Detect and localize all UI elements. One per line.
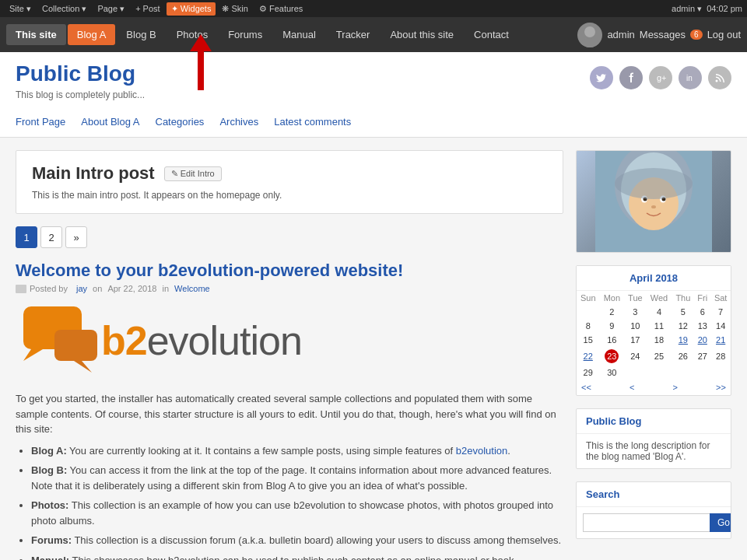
cal-next[interactable]: > <box>673 383 678 392</box>
page-next-button[interactable]: » <box>65 226 87 248</box>
collection-menu[interactable]: Collection ▾ <box>37 2 91 16</box>
nav-about-this-site[interactable]: About this site <box>381 24 463 45</box>
post-button[interactable]: + Post <box>131 2 165 15</box>
messages-link[interactable]: Messages <box>640 29 686 40</box>
calendar-day[interactable]: 4 <box>646 305 672 319</box>
svg-rect-5 <box>16 285 26 293</box>
calendar-day[interactable]: 14 <box>710 319 731 333</box>
calendar-widget: April 2018 Sun Mon Tue Wed Thu Fri Sat <box>576 265 731 396</box>
list-item-text: This collection is a discussion forum (a… <box>72 534 561 546</box>
calendar-day <box>646 366 672 380</box>
post-in: in <box>160 284 171 293</box>
sidebar-photo <box>577 151 731 252</box>
b2evo-link[interactable]: b2evolution <box>456 445 508 457</box>
post-category-link[interactable]: Welcome <box>174 284 210 293</box>
admin-bar: Site ▾ Collection ▾ Page ▾ + Post ✦ Widg… <box>0 0 747 17</box>
calendar-day[interactable]: 5 <box>672 305 695 319</box>
nav-blog-b[interactable]: Blog B <box>117 24 165 45</box>
facebook-icon[interactable] <box>619 66 643 89</box>
subnav-front-page[interactable]: Front Page <box>16 113 65 131</box>
svg-text:in: in <box>686 74 693 82</box>
calendar-day[interactable]: 29 <box>577 366 599 380</box>
subnav-latest-comments[interactable]: Latest comments <box>274 113 351 131</box>
widgets-button[interactable]: ✦ Widgets <box>167 2 216 16</box>
calendar-day[interactable]: 19 <box>672 333 695 347</box>
rss-icon[interactable] <box>708 66 731 89</box>
page-menu[interactable]: Page ▾ <box>93 2 129 16</box>
cal-next-next[interactable]: >> <box>716 383 726 392</box>
svg-point-1 <box>580 38 599 47</box>
nav-manual[interactable]: Manual <box>273 24 325 45</box>
calendar-day[interactable]: 6 <box>694 305 710 319</box>
calendar-week-row: 15161718192021 <box>577 333 731 347</box>
page-1-button[interactable]: 1 <box>16 226 37 248</box>
intro-box-header: Main Intro post ✎ Edit Intro <box>32 163 547 184</box>
b2evo-logo-text: b2evolution <box>101 317 302 364</box>
calendar-day[interactable]: 15 <box>577 333 599 347</box>
nav-blog-a[interactable]: Blog A <box>68 24 116 45</box>
google-plus-icon[interactable]: g+ <box>649 66 672 89</box>
calendar-day[interactable]: 25 <box>646 347 672 366</box>
calendar-day[interactable]: 12 <box>672 319 695 333</box>
calendar-day[interactable]: 20 <box>694 333 710 347</box>
cal-prev-prev[interactable]: << <box>581 383 591 392</box>
calendar-day[interactable]: 22 <box>577 347 599 366</box>
calendar-day[interactable]: 30 <box>599 366 624 380</box>
calendar-day[interactable]: 7 <box>710 305 731 319</box>
calendar-day[interactable]: 16 <box>599 333 624 347</box>
calendar-header-row: Sun Mon Tue Wed Thu Fri Sat <box>577 291 731 305</box>
calendar-day[interactable]: 2 <box>599 305 624 319</box>
admin-name[interactable]: admin <box>607 29 634 40</box>
edit-intro-button[interactable]: ✎ Edit Intro <box>164 166 222 181</box>
list-item: Blog B: You can access it from the link … <box>31 463 563 493</box>
calendar-day[interactable]: 28 <box>710 347 731 366</box>
social-icons: g+ in <box>590 66 731 89</box>
list-item-text: This collection is an example of how you… <box>31 499 553 527</box>
subnav-archives[interactable]: Archives <box>219 113 258 131</box>
features-button[interactable]: ⚙ Features <box>254 2 307 16</box>
logout-button[interactable]: Log out <box>707 29 741 40</box>
page-2-button[interactable]: 2 <box>40 226 62 248</box>
calendar-day[interactable]: 3 <box>624 305 646 319</box>
avatar <box>577 23 602 47</box>
admin-label[interactable]: admin ▾ <box>672 4 702 14</box>
arrow-head <box>190 34 212 51</box>
subnav-categories[interactable]: Categories <box>156 113 205 131</box>
nav-contact[interactable]: Contact <box>465 24 518 45</box>
cal-th-mon: Mon <box>599 291 624 305</box>
calendar-day[interactable]: 23 <box>599 347 624 366</box>
calendar-day[interactable]: 18 <box>646 333 672 347</box>
calendar-day[interactable]: 24 <box>624 347 646 366</box>
calendar-day[interactable]: 27 <box>694 347 710 366</box>
cal-th-thu: Thu <box>672 291 695 305</box>
calendar-day[interactable]: 26 <box>672 347 695 366</box>
search-input[interactable] <box>583 513 710 532</box>
cal-prev[interactable]: < <box>630 383 634 392</box>
search-button[interactable]: Go <box>710 513 731 532</box>
calendar-day <box>624 366 646 380</box>
nav-this-site[interactable]: This site <box>6 24 66 45</box>
calendar-day[interactable]: 11 <box>646 319 672 333</box>
twitter-icon[interactable] <box>590 66 613 89</box>
site-menu[interactable]: Site ▾ <box>5 2 36 16</box>
calendar-day <box>710 366 731 380</box>
linkedin-icon[interactable]: in <box>679 66 702 89</box>
skin-button[interactable]: ❋ Skin <box>217 2 252 16</box>
nav-right: admin Messages 6 Log out <box>577 23 741 47</box>
subnav-about-blog-a[interactable]: About Blog A <box>81 113 139 131</box>
cal-th-sun: Sun <box>577 291 599 305</box>
intro-text: This is the main intro post. It appears … <box>32 190 547 201</box>
calendar-day[interactable]: 17 <box>624 333 646 347</box>
calendar-day[interactable]: 10 <box>624 319 646 333</box>
calendar-day[interactable]: 13 <box>694 319 710 333</box>
post-intro-text: To get you started, the installer has au… <box>16 391 563 437</box>
calendar-day[interactable]: 21 <box>710 333 731 347</box>
nav-forums[interactable]: Forums <box>219 24 272 45</box>
nav-tracker[interactable]: Tracker <box>327 24 380 45</box>
post-author-link[interactable]: jay <box>76 284 87 293</box>
calendar-day[interactable]: 9 <box>599 319 624 333</box>
admin-bar-right: admin ▾ 04:02 pm <box>672 4 742 14</box>
list-item-bold: Blog B: <box>31 464 67 476</box>
list-item-bold: Manual: <box>31 555 69 561</box>
calendar-day[interactable]: 8 <box>577 319 599 333</box>
